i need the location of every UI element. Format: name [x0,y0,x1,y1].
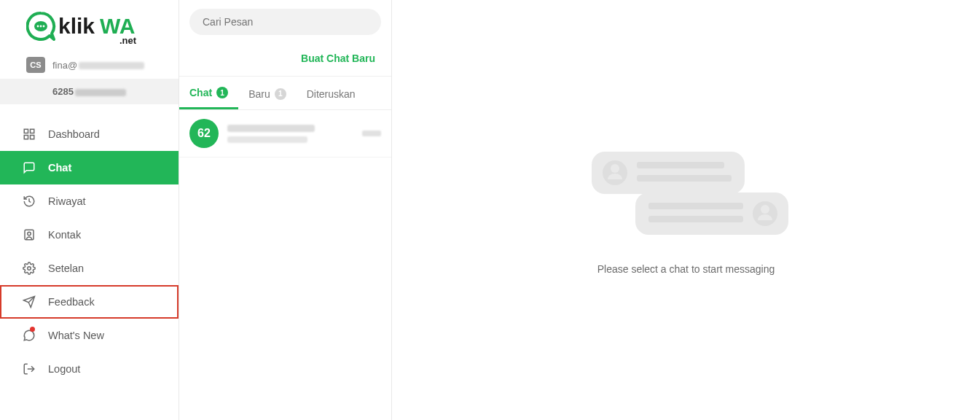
new-chat-row: Buat Chat Baru [179,42,391,77]
nav: Dashboard Chat Riwayat Kontak Setelan [0,117,179,386]
nav-label: Kontak [48,229,81,241]
nav-label: Setelan [48,262,84,274]
sidebar: klik WA .net CS fina@ 6285 Dashboard Cha… [0,0,179,420]
conversation-avatar: 62 [189,119,219,148]
user-email-blurred [79,62,144,69]
search-input[interactable] [189,9,381,35]
empty-illustration [584,146,788,243]
tab-label: Chat [189,87,212,98]
svg-text:.net: .net [119,35,137,46]
tab-badge: 1 [275,88,286,100]
logo: klik WA .net [0,0,179,52]
conversation-meta [362,131,381,136]
conversation-item[interactable]: 62 [179,110,391,158]
nav-label: Logout [48,363,80,375]
tab-label: Baru [248,88,270,100]
phone-row: 6285 [0,79,179,104]
nav-label: Riwayat [48,195,86,207]
nav-dashboard[interactable]: Dashboard [0,117,179,151]
svg-rect-20 [637,162,724,168]
chat-main-empty: Please select a chat to start messaging [392,0,980,420]
svg-rect-25 [648,203,743,209]
svg-text:klik: klik [58,14,95,38]
history-icon [22,195,36,208]
tab-diteruskan[interactable]: Diteruskan [297,77,366,109]
gear-icon [22,262,36,275]
nav-chat[interactable]: Chat [0,151,179,184]
nav-label: Chat [48,162,71,174]
user-email-prefix: fina@ [52,60,77,71]
grid-icon [22,128,36,141]
nav-label: Feedback [48,296,95,308]
nav-setelan[interactable]: Setelan [0,252,179,285]
user-email: fina@ [52,60,144,71]
notification-dot [30,327,35,332]
search-wrap [179,0,391,42]
chat-tabs: Chat 1 Baru 1 Diteruskan [179,77,391,110]
send-icon [22,295,36,308]
logo-svg: klik WA .net [26,9,150,50]
nav-riwayat[interactable]: Riwayat [0,184,179,218]
nav-kontak[interactable]: Kontak [0,218,179,252]
tab-label: Diteruskan [307,88,356,100]
user-badge: CS [26,57,45,73]
svg-point-19 [611,164,619,173]
svg-rect-10 [31,136,34,139]
chat-icon [22,161,36,174]
svg-rect-8 [31,129,34,133]
svg-point-1 [37,26,39,28]
conversation-title-blurred [227,125,315,132]
logout-icon [22,362,36,376]
chatlist-panel: Buat Chat Baru Chat 1 Baru 1 Diteruskan … [179,0,392,420]
svg-rect-26 [648,216,743,222]
nav-whatsnew[interactable]: What's New [0,319,179,352]
empty-text: Please select a chat to start messaging [597,263,775,275]
tab-badge: 1 [216,87,228,98]
contact-icon [22,228,36,241]
nav-logout[interactable]: Logout [0,352,179,386]
conversation-time-blurred [362,131,381,136]
conversation-preview-blurred [227,136,307,143]
nav-label: Dashboard [48,128,100,140]
nav-feedback[interactable]: Feedback [0,285,179,319]
svg-rect-21 [637,175,732,182]
phone-prefix: 6285 [52,86,74,97]
svg-point-13 [28,267,31,271]
svg-rect-9 [24,136,28,139]
tab-chat[interactable]: Chat 1 [179,77,238,109]
conversation-body [227,125,353,143]
svg-point-3 [43,26,45,28]
phone-blurred [75,89,126,96]
user-row: CS fina@ [0,52,179,79]
svg-point-12 [28,232,31,236]
nav-label: What's New [48,330,104,341]
tab-baru[interactable]: Baru 1 [238,77,297,109]
svg-rect-7 [24,129,28,133]
new-chat-link[interactable]: Buat Chat Baru [301,52,375,64]
svg-point-2 [40,26,42,28]
svg-point-24 [761,205,769,214]
